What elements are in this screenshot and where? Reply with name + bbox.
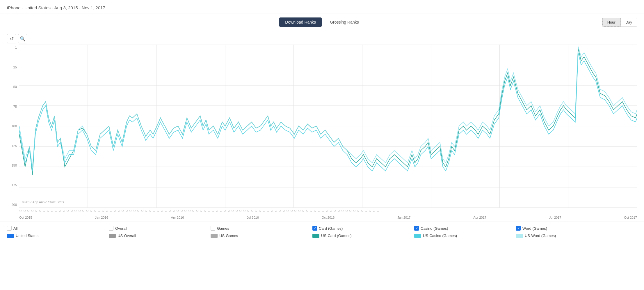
y-label-125: 125 — [6, 144, 19, 148]
legend-card-games: Card (Games) — [312, 226, 414, 231]
swatch-us-games — [211, 234, 218, 238]
x-label-apr2016: Apr 2016 — [171, 216, 184, 219]
legend-label-games: Games — [217, 226, 229, 231]
legend-label-us-card: US-Card (Games) — [321, 234, 352, 238]
x-label-jul2017: Jul 2017 — [549, 216, 561, 219]
download-ranks-tab[interactable]: Download Ranks — [279, 17, 322, 27]
zoom-icon: 🔍 — [20, 36, 26, 42]
tab-group: Download Ranks Grossing Ranks — [279, 17, 364, 27]
y-label-175: 175 — [6, 183, 19, 187]
legend-label-us-overall: US-Overall — [118, 234, 136, 238]
x-label-oct2016: Oct 2016 — [322, 216, 335, 219]
legend-checkbox-row: All Overall Games Card (Games) Casino (G… — [7, 226, 637, 231]
legend-casino-games: Casino (Games) — [414, 226, 516, 231]
chart-svg: ©2017 App Annie Store Stats — [19, 45, 637, 208]
x-label-jul2016: Jul 2016 — [247, 216, 259, 219]
reset-zoom-button[interactable]: ↺ — [7, 34, 16, 43]
page-title: iPhone - United States - Aug 3, 2015 - N… — [7, 5, 105, 10]
checkbox-card-games[interactable] — [312, 226, 317, 231]
legend-word-games: Word (Games) — [516, 226, 618, 231]
swatch-us — [7, 234, 14, 238]
y-label-50: 50 — [6, 85, 19, 89]
y-label-75: 75 — [6, 105, 19, 108]
svg-text:©2017 App Annie Store Stats: ©2017 App Annie Store Stats — [22, 200, 64, 204]
hour-toggle-btn[interactable]: Hour — [602, 18, 620, 26]
day-toggle-btn[interactable]: Day — [620, 18, 637, 26]
checkbox-word-games[interactable] — [516, 226, 521, 231]
legend-label-card-games: Card (Games) — [319, 226, 343, 231]
reset-icon: ↺ — [10, 36, 14, 42]
checkbox-overall[interactable] — [109, 226, 113, 231]
legend-label-all: All — [13, 226, 17, 231]
chart-wrapper: 1 25 50 75 100 125 150 175 200 — [19, 45, 637, 208]
x-label-oct2017: Oct 2017 — [624, 216, 637, 219]
zoom-button[interactable]: 🔍 — [18, 34, 27, 43]
legend-area: All Overall Games Card (Games) Casino (G… — [0, 222, 644, 245]
x-label-oct2015: Oct 2015 — [19, 216, 32, 219]
legend-label-word-games: Word (Games) — [522, 226, 547, 231]
swatch-us-overall — [109, 234, 116, 238]
legend-all: All — [7, 226, 109, 231]
controls-row: Download Ranks Grossing Ranks Hour Day — [0, 13, 644, 31]
checkbox-games[interactable] — [211, 226, 215, 231]
swatch-us-casino — [414, 234, 421, 238]
legend-label-us-word: US-Word (Games) — [525, 234, 556, 238]
legend-us-games: US-Games — [211, 234, 312, 238]
legend-swatch-row: United States US-Overall US-Games US-Car… — [7, 234, 637, 238]
header-row: iPhone - United States - Aug 3, 2015 - N… — [0, 0, 644, 13]
x-label-apr2017: Apr 2017 — [473, 216, 486, 219]
checkbox-casino-games[interactable] — [414, 226, 419, 231]
y-label-100: 100 — [6, 124, 19, 128]
grossing-ranks-tab[interactable]: Grossing Ranks — [324, 17, 365, 27]
annotation-bubbles: 🗨 🗨 🗨 🗨 🗨 🗨 🗨 🗨 🗨 🗨 🗨 🗨 🗨 🗨 🗨 🗨 🗨 🗨 🗨 🗨 … — [19, 210, 380, 213]
x-label-jan2016: Jan 2016 — [95, 216, 108, 219]
legend-us-word: US-Word (Games) — [516, 234, 618, 238]
legend-label-us-casino: US-Casino (Games) — [423, 234, 457, 238]
y-label-25: 25 — [6, 66, 19, 69]
legend-label-us-games: US-Games — [219, 234, 238, 238]
annotation-row: 🗨 🗨 🗨 🗨 🗨 🗨 🗨 🗨 🗨 🗨 🗨 🗨 🗨 🗨 🗨 🗨 🗨 🗨 🗨 🗨 … — [19, 208, 637, 214]
legend-label-overall: Overall — [115, 226, 127, 231]
swatch-us-word — [516, 234, 523, 238]
checkbox-all[interactable] — [7, 226, 12, 231]
x-axis: Oct 2015 Jan 2016 Apr 2016 Jul 2016 Oct … — [19, 216, 637, 219]
x-label-jan2017: Jan 2017 — [397, 216, 410, 219]
legend-us-card: US-Card (Games) — [312, 234, 414, 238]
legend-us: United States — [7, 234, 109, 238]
legend-overall: Overall — [109, 226, 211, 231]
swatch-us-card — [312, 234, 319, 238]
legend-us-casino: US-Casino (Games) — [414, 234, 516, 238]
legend-label-casino-games: Casino (Games) — [421, 226, 448, 231]
page-container: iPhone - United States - Aug 3, 2015 - N… — [0, 0, 644, 290]
legend-label-us: United States — [16, 234, 38, 238]
time-toggle-group: Hour Day — [602, 18, 637, 27]
y-axis: 1 25 50 75 100 125 150 175 200 — [6, 45, 19, 208]
chart-controls: ↺ 🔍 — [0, 31, 644, 45]
y-label-200: 200 — [6, 203, 19, 206]
y-label-1: 1 — [6, 46, 19, 49]
legend-us-overall: US-Overall — [109, 234, 211, 238]
y-label-150: 150 — [6, 164, 19, 167]
legend-games: Games — [211, 226, 312, 231]
